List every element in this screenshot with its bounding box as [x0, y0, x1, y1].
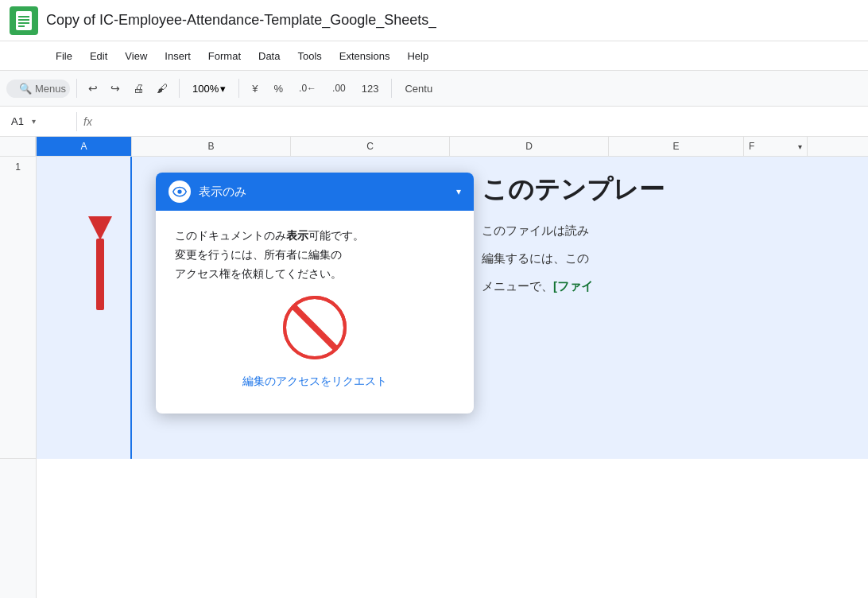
row-numbers: 1 [0, 137, 37, 598]
svg-rect-5 [18, 25, 25, 27]
popup-header: 表示のみ ▾ [156, 173, 474, 211]
menu-format[interactable]: Format [200, 47, 249, 65]
svg-rect-3 [18, 19, 29, 21]
document-title: Copy of IC-Employee-Attendance-Template_… [46, 12, 436, 29]
zoom-selector[interactable]: 100% ▾ [186, 80, 232, 98]
menu-edit[interactable]: Edit [82, 47, 115, 65]
zoom-value: 100% [192, 83, 219, 95]
decimal-decrease: .0← [293, 80, 323, 97]
menu-data[interactable]: Data [250, 47, 288, 65]
undo-button[interactable]: ↩ [83, 79, 103, 98]
cell-b1-onwards[interactable]: 表示のみ ▾ このドキュメントのみ表示可能です。 変更を行うには、所有者に編集の… [132, 157, 868, 459]
no-entry-sign-container [175, 296, 455, 359]
menu-bar: File Edit View Insert Format Data Tools … [0, 41, 868, 70]
column-headers: A B C D E F ▾ [37, 137, 868, 157]
svg-marker-10 [88, 216, 112, 240]
print-button[interactable]: 🖨 [128, 79, 149, 98]
menu-tools[interactable]: Tools [289, 47, 329, 65]
zoom-dropdown-icon: ▾ [220, 83, 226, 95]
popup-text-line2: 変更を行うには、所有者に編集の [175, 246, 455, 265]
svg-rect-4 [18, 22, 29, 24]
decimal-increase: .00 [326, 80, 352, 97]
row-1: 表示のみ ▾ このドキュメントのみ表示可能です。 変更を行うには、所有者に編集の… [37, 157, 868, 459]
formula-bar: A1 ▾ fx [0, 107, 868, 137]
col-header-c[interactable]: C [291, 137, 450, 156]
eye-icon [169, 181, 191, 203]
number-format: 123 [355, 80, 386, 98]
popup-line1-suffix: 可能です。 [308, 229, 364, 242]
col-header-b[interactable]: B [132, 137, 291, 156]
fx-label: fx [83, 115, 92, 128]
right-title: このテンプレー [482, 173, 665, 208]
popup-line1-prefix: このドキュメントのみ [175, 229, 286, 242]
request-access-link[interactable]: 編集のアクセスをリクエスト [175, 366, 455, 398]
svg-rect-2 [18, 16, 29, 17]
search-icon: 🔍 [19, 83, 32, 95]
sheets-logo [10, 6, 38, 35]
popup-text-line1: このドキュメントのみ表示可能です。 [175, 227, 455, 246]
no-entry-sign [283, 296, 347, 359]
redo-button[interactable]: ↪ [106, 79, 125, 98]
popup-text-line3: アクセス権を依頼してください。 [175, 265, 455, 284]
toolbar-divider-4 [391, 79, 392, 98]
toolbar-divider-1 [76, 79, 77, 98]
col-header-a[interactable]: A [37, 137, 132, 156]
search-label: Menus [35, 83, 66, 95]
cell-ref-box[interactable]: A1 [6, 114, 29, 129]
menu-file[interactable]: File [48, 47, 80, 65]
popup-body: このドキュメントのみ表示可能です。 変更を行うには、所有者に編集の アクセス権を… [156, 211, 474, 414]
right-para-3-green: [ファイ [553, 279, 593, 293]
search-box[interactable]: 🔍 Menus [6, 80, 70, 98]
svg-rect-11 [96, 239, 104, 310]
cell-ref-dropdown-icon[interactable]: ▾ [32, 117, 36, 126]
paint-format-button[interactable]: 🖌 [152, 79, 172, 98]
grid-area: A B C D E F ▾ [37, 137, 868, 598]
col-f-dropdown-icon: ▾ [798, 142, 802, 151]
menu-view[interactable]: View [117, 47, 155, 65]
right-content-area: このテンプレー このファイルは読み 編集するには、この メニューで、[ファイ [482, 173, 680, 294]
toolbar-divider-2 [179, 79, 180, 98]
formula-bar-divider [76, 112, 77, 131]
title-bar: Copy of IC-Employee-Attendance-Template_… [0, 0, 868, 41]
red-arrow-annotation [80, 216, 136, 315]
toolbar: 🔍 Menus ↩ ↪ 🖨 🖌 100% ▾ ¥ % .0← .00 123 C… [0, 70, 868, 107]
popup-arrow-icon[interactable]: ▾ [456, 186, 461, 197]
toolbar-divider-3 [238, 79, 239, 98]
right-para-2: 編集するには、この [482, 251, 665, 266]
col-header-e[interactable]: E [609, 137, 744, 156]
percent-symbol: % [267, 80, 289, 98]
col-header-f[interactable]: F ▾ [744, 137, 808, 156]
popup-header-label: 表示のみ [199, 184, 448, 200]
row-1-number: 1 [0, 157, 36, 459]
svg-point-6 [177, 189, 181, 193]
menu-insert[interactable]: Insert [157, 47, 199, 65]
sheet-container: 1 A B C D E F ▾ [0, 137, 868, 598]
font-selector[interactable]: Centu [398, 80, 439, 98]
right-para-3-prefix: メニューで、 [482, 279, 553, 293]
cell-area: 表示のみ ▾ このドキュメントのみ表示可能です。 変更を行うには、所有者に編集の… [37, 157, 868, 459]
col-header-d[interactable]: D [450, 137, 609, 156]
currency-symbol: ¥ [246, 80, 264, 98]
view-only-dialog: 表示のみ ▾ このドキュメントのみ表示可能です。 変更を行うには、所有者に編集の… [156, 173, 474, 414]
menu-help[interactable]: Help [399, 47, 436, 65]
menu-extensions[interactable]: Extensions [331, 47, 398, 65]
cell-reference-area: A1 ▾ [6, 114, 70, 129]
popup-bold: 表示 [286, 229, 308, 242]
corner-cell [0, 137, 36, 157]
right-para-1: このファイルは読み [482, 223, 665, 239]
right-para-3: メニューで、[ファイ [482, 279, 665, 294]
